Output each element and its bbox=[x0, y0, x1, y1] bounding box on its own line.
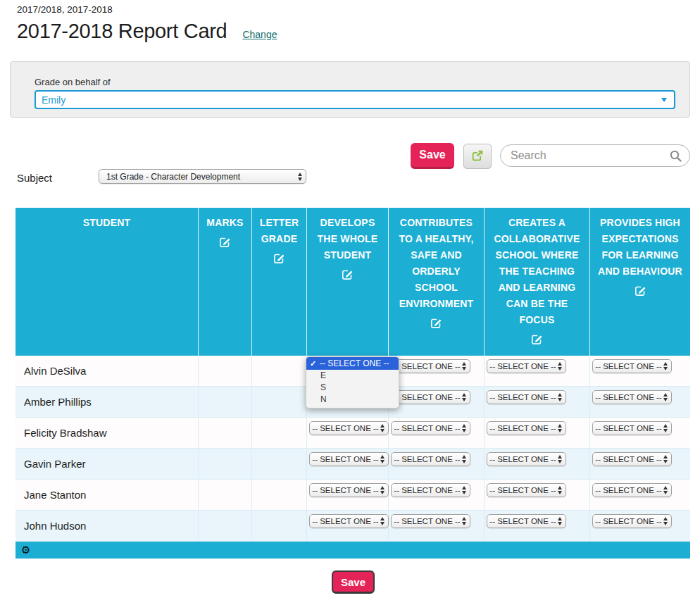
select-stepper-icon bbox=[380, 424, 385, 432]
select-stepper-icon bbox=[298, 173, 302, 181]
edit-icon[interactable] bbox=[635, 285, 646, 301]
letter-grade-cell bbox=[252, 387, 307, 417]
column-header-creates: CREATES A COLLABORATIVE SCHOOL WHERE THE… bbox=[485, 208, 590, 356]
search-box bbox=[500, 144, 690, 167]
grade-select[interactable]: -- SELECT ONE -- bbox=[592, 514, 672, 528]
grade-select[interactable]: -- SELECT ONE -- bbox=[309, 421, 389, 435]
edit-icon[interactable] bbox=[219, 236, 231, 253]
table-row: Jane Stanton -- SELECT ONE -- -- SELECT … bbox=[15, 480, 690, 511]
select-stepper-icon bbox=[462, 455, 466, 463]
grade-select[interactable]: -- SELECT ONE -- bbox=[592, 390, 672, 404]
select-stepper-icon bbox=[462, 486, 466, 494]
edit-icon[interactable] bbox=[342, 268, 354, 285]
grade-on-behalf-label: Grade on behalf of bbox=[35, 77, 111, 87]
search-input[interactable] bbox=[511, 146, 665, 166]
select-stepper-icon bbox=[380, 517, 385, 525]
subject-label: Subject bbox=[17, 172, 52, 184]
letter-grade-cell bbox=[252, 449, 307, 479]
grade-select[interactable]: -- SELECT ONE -- bbox=[391, 421, 470, 435]
student-name: Amber Phillips bbox=[15, 387, 199, 417]
grade-select[interactable]: -- SELECT ONE -- bbox=[592, 359, 672, 373]
select-stepper-icon bbox=[558, 362, 562, 370]
select-stepper-icon bbox=[558, 517, 562, 525]
select-stepper-icon bbox=[663, 455, 668, 463]
table-row: Felicity Bradshaw -- SELECT ONE -- -- SE… bbox=[15, 418, 690, 449]
title-row: 2017-2018 Report Card Change bbox=[17, 20, 277, 43]
edit-icon[interactable] bbox=[531, 333, 543, 350]
grade-select-open-menu: ✓ -- SELECT ONE -- E S N bbox=[306, 356, 399, 408]
edit-icon[interactable] bbox=[273, 252, 285, 269]
grade-select[interactable]: -- SELECT ONE -- bbox=[309, 452, 389, 466]
select-stepper-icon bbox=[462, 517, 466, 525]
search-icon[interactable] bbox=[669, 149, 682, 166]
select-stepper-icon bbox=[462, 424, 466, 432]
grade-select[interactable]: -- SELECT ONE -- bbox=[592, 452, 672, 466]
select-stepper-icon bbox=[663, 486, 668, 494]
gear-icon[interactable]: ⚙ bbox=[21, 545, 30, 556]
grade-select[interactable]: -- SELECT ONE -- bbox=[487, 514, 566, 528]
save-button-top[interactable]: Save bbox=[411, 143, 454, 169]
menu-item-e[interactable]: E bbox=[306, 370, 399, 382]
edit-icon[interactable] bbox=[430, 317, 442, 334]
chevron-down-icon bbox=[661, 98, 667, 102]
table-footer-bar: ⚙ bbox=[15, 542, 690, 559]
column-header-develops: DEVELOPS THE WHOLE STUDENT bbox=[307, 208, 389, 356]
menu-item-select-one[interactable]: ✓ -- SELECT ONE -- bbox=[306, 357, 399, 370]
marks-cell bbox=[199, 356, 252, 386]
select-stepper-icon bbox=[380, 486, 385, 494]
select-stepper-icon bbox=[558, 455, 562, 463]
breadcrumb: 2017/2018, 2017-2018 bbox=[17, 4, 113, 15]
grade-select[interactable]: -- SELECT ONE -- bbox=[487, 390, 566, 404]
grade-on-behalf-select[interactable]: Emily bbox=[35, 90, 675, 109]
student-name: Jane Stanton bbox=[15, 480, 199, 510]
grade-select[interactable]: -- SELECT ONE -- bbox=[592, 483, 672, 497]
grade-select[interactable]: -- SELECT ONE -- bbox=[592, 421, 672, 435]
column-header-student: STUDENT bbox=[15, 208, 199, 356]
grade-select[interactable]: -- SELECT ONE -- bbox=[487, 483, 566, 497]
student-name: John Hudson bbox=[15, 511, 199, 541]
page-title: 2017-2018 Report Card bbox=[17, 20, 227, 43]
grade-select[interactable]: -- SELECT ONE -- bbox=[487, 421, 566, 435]
grade-select[interactable]: -- SELECT ONE -- bbox=[391, 514, 470, 528]
marks-cell bbox=[199, 449, 252, 479]
grade-select[interactable]: -- SELECT ONE -- bbox=[309, 514, 389, 528]
menu-item-n[interactable]: N bbox=[306, 394, 399, 406]
marks-cell bbox=[199, 418, 252, 448]
grade-select[interactable]: -- SELECT ONE -- bbox=[391, 452, 470, 466]
subject-select[interactable]: 1st Grade - Character Development bbox=[99, 169, 306, 184]
grade-on-behalf-value: Emily bbox=[36, 94, 65, 106]
select-stepper-icon bbox=[663, 517, 668, 525]
save-button-bottom[interactable]: Save bbox=[332, 570, 375, 594]
select-stepper-icon bbox=[663, 424, 668, 432]
marks-cell bbox=[199, 480, 252, 510]
letter-grade-cell bbox=[252, 511, 307, 541]
external-link-icon bbox=[471, 149, 485, 165]
table-row: John Hudson -- SELECT ONE -- -- SELECT O… bbox=[15, 511, 690, 542]
table-header-row: STUDENT MARKS LETTER GRADE DEVELOPS THE … bbox=[15, 208, 690, 356]
letter-grade-cell bbox=[252, 480, 307, 510]
export-button[interactable] bbox=[463, 144, 492, 169]
select-stepper-icon bbox=[558, 393, 562, 401]
grade-select[interactable]: -- SELECT ONE -- bbox=[487, 452, 566, 466]
student-name: Gavin Parker bbox=[15, 449, 199, 479]
change-link[interactable]: Change bbox=[242, 29, 277, 40]
letter-grade-cell bbox=[252, 356, 307, 386]
grade-select[interactable]: -- SELECT ONE -- bbox=[309, 483, 389, 497]
select-stepper-icon bbox=[558, 486, 562, 494]
marks-cell bbox=[199, 511, 252, 541]
grade-select[interactable]: -- SELECT ONE -- bbox=[391, 390, 470, 404]
column-header-letter-grade: LETTER GRADE bbox=[252, 208, 307, 356]
grade-select[interactable]: -- SELECT ONE -- bbox=[487, 359, 566, 373]
grade-select[interactable]: -- SELECT ONE -- bbox=[391, 359, 470, 373]
select-stepper-icon bbox=[380, 455, 385, 463]
student-name: Alvin DeSilva bbox=[15, 356, 199, 386]
column-header-contributes: CONTRIBUTES TO A HEALTHY, SAFE AND ORDER… bbox=[389, 208, 485, 356]
student-name: Felicity Bradshaw bbox=[15, 418, 199, 448]
check-icon: ✓ bbox=[310, 357, 320, 370]
marks-cell bbox=[199, 387, 252, 417]
column-header-marks: MARKS bbox=[199, 208, 252, 356]
grade-select[interactable]: -- SELECT ONE -- bbox=[391, 483, 470, 497]
column-header-provides: PROVIDES HIGH EXPECTATIONS FOR LEARNING … bbox=[590, 208, 690, 356]
menu-item-s[interactable]: S bbox=[306, 382, 399, 394]
letter-grade-cell bbox=[252, 418, 307, 448]
